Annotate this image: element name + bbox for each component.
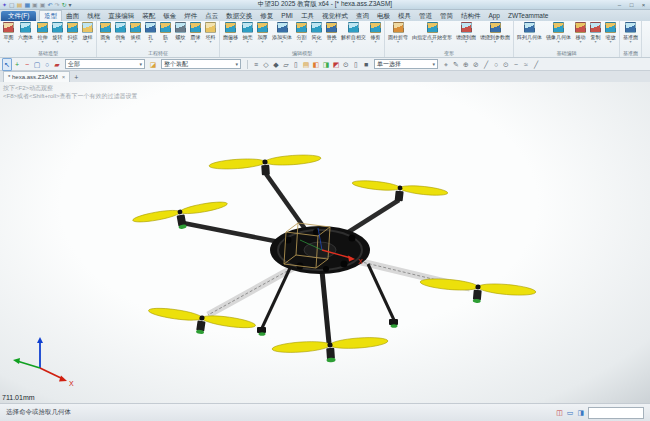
sketch-pencil-icon[interactable]: ✎ [451,59,461,70]
wrap-to-param-face-button[interactable]: 缠绕到参数面▾ [478,21,512,50]
menu-tab-管道[interactable]: 管道 [415,11,436,21]
menu-tab-视觉样式[interactable]: 视觉样式 [318,11,352,21]
history-icon[interactable]: ⊙ [341,59,351,70]
resolve-selfintersect-button[interactable]: 解析自相交▾ [339,21,368,50]
cylinder-bend-button[interactable]: 圆柱折弯▾ [386,21,410,50]
simplify-button[interactable]: 简化▾ [309,21,324,50]
select-cursor-icon[interactable]: ↖ [2,58,12,71]
shell-button[interactable]: 抽壳▾ [240,21,255,50]
wrap-to-face-button[interactable]: 缠绕到面▾ [454,21,478,50]
menu-tab-线框[interactable]: 线框 [83,11,104,21]
menu-tab-数据交换[interactable]: 数据交换 [222,11,256,21]
loft-button[interactable]: 放样▾ [80,21,95,50]
snap-spline-icon[interactable]: ≈ [521,59,531,70]
menu-tab-ZWTeammate[interactable]: ZWTeammate [504,11,552,21]
panel-toggle-icon[interactable]: ◨ [577,407,584,419]
propeller[interactable] [419,277,536,308]
layer-filter-icon[interactable]: ◨ [321,59,331,70]
snap-target-icon[interactable]: ⌖ [441,59,451,70]
pause-icon[interactable]: ▯ [351,59,361,70]
lasso-select-icon[interactable]: ○ [42,59,52,70]
add-body-button[interactable]: 添加实体▾ [270,21,294,50]
file-menu-button[interactable]: 文件(F) [1,11,36,21]
trim-button[interactable]: 修剪▾ [368,21,383,50]
maximize-button[interactable]: □ [627,1,636,9]
status-search-input[interactable] [588,407,644,419]
menu-tab-焊件[interactable]: 焊件 [180,11,201,21]
menu-tab-点云[interactable]: 点云 [201,11,222,21]
copy-button[interactable]: 复制▾ [588,21,603,50]
folder-icon[interactable]: ▤ [301,59,311,70]
chamfer-button[interactable]: 倒角▾ [113,21,128,50]
menu-tab-造型[interactable]: 造型 [39,10,62,21]
draft-button[interactable]: 拔模▾ [128,21,143,50]
menu-tab-工具[interactable]: 工具 [297,11,318,21]
window-select-icon[interactable]: ▢ [32,59,42,70]
menu-tab-钣金[interactable]: 钣金 [159,11,180,21]
type-filter-icon[interactable]: ◩ [331,59,341,70]
snap-angle-icon[interactable]: ╱ [531,59,541,70]
close-tab-icon[interactable]: × [62,73,66,81]
menu-tab-模具[interactable]: 模具 [394,11,415,21]
menu-tab-修复[interactable]: 修复 [256,11,277,21]
snap-tangent-icon[interactable]: ⊘ [471,59,481,70]
sweep-button[interactable]: 扫掠▾ [65,21,80,50]
list-filter-icon[interactable]: ≡ [251,59,261,70]
menu-tab-装配[interactable]: 装配 [138,11,159,21]
pick-mode-dropdown[interactable]: 单一选择 ▾ [374,59,438,69]
entity-filter-shape-icon[interactable]: ◇ [261,59,271,70]
revolve-button[interactable]: 旋转▾ [50,21,65,50]
menu-tab-电极[interactable]: 电极 [373,11,394,21]
display-mode-icon[interactable]: ◫ [556,407,563,419]
pattern-geometry-button[interactable]: 阵列几何体▾ [515,21,544,50]
snap-line-icon[interactable]: ╱ [481,59,491,70]
monitor-icon[interactable]: ▭ [567,407,574,419]
divide-button[interactable]: 分割▾ [294,21,309,50]
mirror-geometry-button[interactable]: 镜像几何体▾ [544,21,573,50]
new-tab-button[interactable]: + [70,73,82,82]
menu-tab-直接编辑[interactable]: 直接编辑 [104,11,138,21]
scale-button[interactable]: 缩放▾ [603,21,618,50]
face-offset-button[interactable]: 面偏移▾ [221,21,240,50]
datum-plane-button[interactable]: 基准面▾ [621,21,640,50]
snap-center-icon[interactable]: ⊙ [501,59,511,70]
replace-button[interactable]: 替换▾ [324,21,339,50]
menu-tab-App[interactable]: App [484,11,504,21]
menu-tab-PMI[interactable]: PMI [277,11,297,21]
rib-button[interactable]: 筋▾ [158,21,173,50]
hexacopter-model[interactable]: X [0,82,650,403]
thicken-button[interactable]: 加厚▾ [255,21,270,50]
pick-filter-icon[interactable]: ▰ [52,59,62,70]
filter-dropdown[interactable]: 全部 ▾ [65,59,145,69]
propeller[interactable] [146,306,256,341]
stop-icon[interactable]: ■ [361,59,371,70]
add-selection-icon[interactable]: + [12,59,22,70]
menu-tab-查询[interactable]: 查询 [352,11,373,21]
viewport-canvas[interactable]: 按下<F2>动态观察 <F8>或者<Shift+roll>查看下一个有效的过滤器… [0,82,650,403]
lip-button[interactable]: 唇缘▾ [188,21,203,50]
snap-intersection-icon[interactable]: ⊕ [461,59,471,70]
color-filter-icon[interactable]: ◧ [311,59,321,70]
document-tab[interactable]: * hexa.ass.Z3ASM × [3,71,70,82]
snap-circle-icon[interactable]: ○ [491,59,501,70]
extrude-button[interactable]: 拉伸▾ [35,21,50,50]
hole-button[interactable]: 孔▾ [143,21,158,50]
minimize-button[interactable]: – [615,1,624,9]
sketch-button[interactable]: 草图▾ [1,21,16,50]
remove-selection-icon[interactable]: − [22,59,32,70]
entity-filter-edge-icon[interactable]: ▯ [291,59,301,70]
entity-filter-face-icon[interactable]: ▱ [281,59,291,70]
move-button[interactable]: 移动▾ [573,21,588,50]
menu-tab-曲面[interactable]: 曲面 [62,11,83,21]
stock-button[interactable]: 坯料▾ [203,21,218,50]
deform-by-point-button[interactable]: 由指定点开始变形▾ [410,21,454,50]
scope-dropdown[interactable]: 整个装配 ▾ [161,59,241,69]
snap-curve-icon[interactable]: ~ [511,59,521,70]
fillet-button[interactable]: 圆角▾ [98,21,113,50]
block-button[interactable]: 六面体▾ [16,21,35,50]
entity-filter-solid-icon[interactable]: ◆ [271,59,281,70]
menu-tab-结构件[interactable]: 结构件 [457,11,485,21]
menu-tab-管筒[interactable]: 管筒 [436,11,457,21]
close-button[interactable]: × [639,1,648,9]
thread-button[interactable]: 螺纹▾ [173,21,188,50]
